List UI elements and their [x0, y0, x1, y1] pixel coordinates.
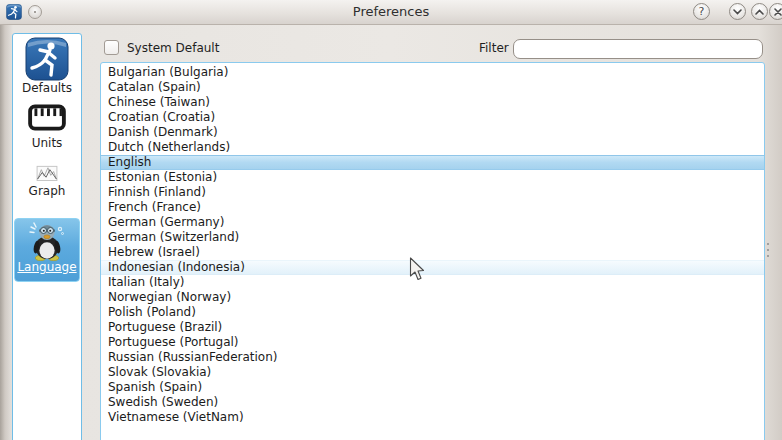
resize-grip[interactable]	[767, 243, 770, 259]
chevron-down-icon	[733, 9, 742, 15]
sidebar-item-units[interactable]: Units	[27, 104, 67, 150]
list-item[interactable]: Dutch (Netherlands)	[101, 140, 764, 155]
preferences-window: Preferences ?	[0, 0, 782, 440]
sidebar-item-label: Language	[17, 261, 76, 274]
question-mark-icon: ?	[699, 5, 705, 18]
list-item[interactable]: Slovak (Slovakia)	[101, 365, 764, 380]
list-item[interactable]: English	[101, 155, 764, 170]
sidebar: Defaults Units Graph	[12, 33, 82, 440]
sidebar-item-graph[interactable]: Graph	[29, 164, 66, 198]
list-item[interactable]: Italian (Italy)	[101, 275, 764, 290]
language-list: Bulgarian (Bulgaria)Catalan (Spain)Chine…	[100, 62, 765, 440]
list-item[interactable]: Norwegian (Norway)	[101, 290, 764, 305]
list-item[interactable]: French (France)	[101, 200, 764, 215]
filter-label: Filter	[479, 41, 509, 55]
maximize-button[interactable]	[751, 3, 768, 20]
close-button[interactable]	[769, 3, 782, 20]
titlebar: Preferences ?	[0, 0, 782, 25]
list-item[interactable]: Spanish (Spain)	[101, 380, 764, 395]
sidebar-item-label: Units	[32, 137, 63, 150]
sidebar-item-label: Graph	[29, 185, 66, 198]
list-item[interactable]: Hebrew (Israel)	[101, 245, 764, 260]
list-item[interactable]: Vietnamese (VietNam)	[101, 410, 764, 425]
minimize-button[interactable]	[729, 3, 746, 20]
sidebar-item-language[interactable]: Language	[14, 218, 80, 282]
runner-icon	[25, 37, 69, 81]
list-item[interactable]: Polish (Poland)	[101, 305, 764, 320]
help-button[interactable]: ?	[693, 3, 710, 20]
list-item[interactable]: German (Germany)	[101, 215, 764, 230]
list-item[interactable]: Croatian (Croatia)	[101, 110, 764, 125]
list-item[interactable]: Chinese (Taiwan)	[101, 95, 764, 110]
list-item[interactable]: Swedish (Sweden)	[101, 395, 764, 410]
list-item[interactable]: Bulgarian (Bulgaria)	[101, 65, 764, 80]
close-icon	[774, 8, 782, 16]
filter-input[interactable]	[513, 39, 763, 59]
ruler-icon	[27, 104, 67, 131]
window-title: Preferences	[0, 0, 782, 24]
system-default-checkbox[interactable]	[104, 40, 119, 55]
graph-icon	[36, 164, 58, 181]
tux-penguin-icon	[27, 221, 67, 261]
list-item[interactable]: Portuguese (Portugal)	[101, 335, 764, 350]
list-item[interactable]: Portuguese (Brazil)	[101, 320, 764, 335]
list-item[interactable]: Estonian (Estonia)	[101, 170, 764, 185]
sidebar-item-label: Defaults	[22, 82, 72, 95]
system-default-label: System Default	[127, 41, 219, 55]
chevron-up-icon	[755, 9, 764, 15]
list-item[interactable]: Indonesian (Indonesia)	[101, 260, 764, 275]
sidebar-item-defaults[interactable]: Defaults	[22, 37, 72, 95]
list-item[interactable]: Finnish (Finland)	[101, 185, 764, 200]
list-item[interactable]: German (Switzerland)	[101, 230, 764, 245]
list-item[interactable]: Catalan (Spain)	[101, 80, 764, 95]
list-item[interactable]: Danish (Denmark)	[101, 125, 764, 140]
list-item[interactable]: Russian (RussianFederation)	[101, 350, 764, 365]
